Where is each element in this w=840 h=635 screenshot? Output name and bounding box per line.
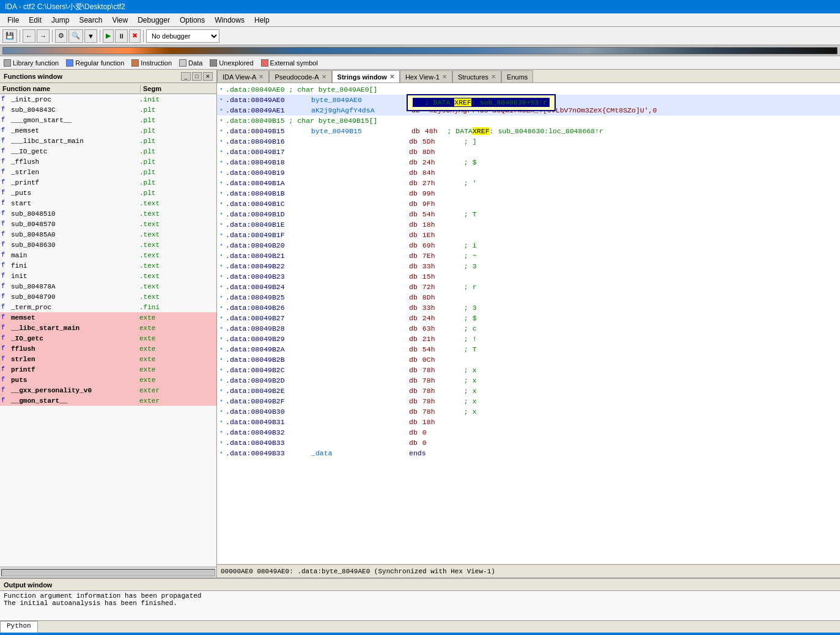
addr-label[interactable]: byte_8049AE0: [311, 96, 409, 104]
code-line[interactable]: •.data:08049B1Adb27h; ': [217, 178, 840, 188]
code-line[interactable]: •.data:08049B31db18h: [217, 417, 840, 427]
tab-close-icon[interactable]: ✕: [389, 73, 394, 80]
function-row[interactable]: f___libc_start_main.plt: [0, 136, 216, 146]
panel-minimize[interactable]: _: [181, 72, 191, 81]
code-line[interactable]: •.data:08049B18db24h; $: [217, 157, 840, 167]
function-row[interactable]: ffini.text: [0, 260, 216, 271]
tab-close-icon[interactable]: ✕: [442, 73, 447, 80]
function-row[interactable]: fsub_8048510.text: [0, 208, 216, 219]
tab-strings-window[interactable]: Strings window✕: [332, 70, 400, 83]
addr-label[interactable]: byte_8049B15: [311, 127, 409, 135]
toolbar-run[interactable]: ▶: [103, 29, 114, 43]
function-row[interactable]: fmain.text: [0, 250, 216, 260]
code-line[interactable]: •.data:08049B1Edb18h: [217, 219, 840, 230]
function-row[interactable]: f_strlen.plt: [0, 167, 216, 177]
functions-list[interactable]: f_init_proc.initfsub_804843C.pltf___gmon…: [0, 94, 216, 567]
code-line[interactable]: •.data:08049B21db7Eh; ~: [217, 251, 840, 261]
debugger-select[interactable]: No debugger: [146, 29, 219, 43]
code-line[interactable]: •.data:08049B2Adb54h; T: [217, 344, 840, 354]
panel-restore[interactable]: □: [192, 72, 202, 81]
data-label[interactable]: _data: [311, 449, 409, 457]
addr-label[interactable]: aK2j9ghAgfY4dsA: [311, 106, 409, 114]
code-line[interactable]: •.data:08049B16db5Dh; ]: [217, 136, 840, 147]
function-row[interactable]: f_init_proc.init: [0, 94, 216, 105]
toolbar-save[interactable]: 💾: [2, 29, 17, 43]
tab-hex-view-1[interactable]: Hex View-1✕: [400, 70, 452, 83]
menu-file[interactable]: File: [2, 15, 24, 26]
code-line[interactable]: •.data:08049B2Cdb78h; x: [217, 365, 840, 375]
function-row[interactable]: f__gxx_personality_v0exter: [0, 385, 216, 395]
function-row[interactable]: f__IO_getc.plt: [0, 146, 216, 156]
code-line[interactable]: •.data:08049B30db78h; x: [217, 406, 840, 417]
menu-options[interactable]: Options: [175, 15, 210, 26]
code-line[interactable]: •.data:08049B23db15h: [217, 271, 840, 282]
function-row[interactable]: f__libc_start_mainexte: [0, 323, 216, 333]
menu-windows[interactable]: Windows: [210, 15, 249, 26]
functions-scrollbar[interactable]: [0, 567, 216, 578]
tab-close-icon[interactable]: ✕: [259, 73, 263, 80]
code-line-ends[interactable]: •.data:08049B33_dataends: [217, 448, 840, 458]
menu-help[interactable]: Help: [249, 15, 274, 26]
function-row[interactable]: f_IO_getcexte: [0, 333, 216, 343]
menu-edit[interactable]: Edit: [24, 15, 46, 26]
h-scrollbar-track[interactable]: [1, 569, 215, 576]
menu-debugger[interactable]: Debugger: [133, 15, 175, 26]
function-row[interactable]: fsub_8048790.text: [0, 292, 216, 302]
code-line[interactable]: •.data:08049B2Ddb78h; x: [217, 375, 840, 386]
code-line[interactable]: •.data:08049B28db63h; c: [217, 323, 840, 334]
menu-jump[interactable]: Jump: [46, 15, 74, 26]
function-row[interactable]: fsub_804843C.plt: [0, 105, 216, 115]
function-row[interactable]: f__gmon_start__exter: [0, 395, 216, 406]
function-row[interactable]: f___gmon_start__.plt: [0, 115, 216, 125]
tab-ida-view-a[interactable]: IDA View-A✕: [217, 70, 269, 83]
function-row[interactable]: f_term_proc.fini: [0, 302, 216, 312]
function-row[interactable]: f_puts.plt: [0, 188, 216, 198]
function-row[interactable]: fputsexte: [0, 375, 216, 385]
code-line[interactable]: •.data:08049B19db84h: [217, 167, 840, 178]
code-line[interactable]: •.data:08049AE0 ; char byte_8049AE0[]: [217, 84, 840, 95]
toolbar-back[interactable]: ←: [23, 29, 35, 43]
panel-close[interactable]: ✕: [203, 72, 213, 81]
menu-search[interactable]: Search: [74, 15, 107, 26]
code-line[interactable]: •.data:08049B2Edb78h; x: [217, 386, 840, 396]
code-line[interactable]: •.data:08049B20db69h; i: [217, 240, 840, 251]
code-line[interactable]: •.data:08049B25db8Dh: [217, 292, 840, 303]
menu-view[interactable]: View: [107, 15, 133, 26]
toolbar-btn1[interactable]: ⚙: [55, 29, 67, 43]
tab-structures[interactable]: Structures✕: [452, 70, 501, 83]
code-line[interactable]: •.data:08049B33db0: [217, 438, 840, 448]
function-row[interactable]: fstart.text: [0, 198, 216, 208]
code-line[interactable]: •.data:08049B24db72h; r: [217, 282, 840, 292]
function-row[interactable]: f_printf.plt: [0, 177, 216, 188]
code-area[interactable]: •.data:08049AE0 ; char byte_8049AE0[]•.d…: [217, 83, 840, 564]
function-row[interactable]: ffflushexte: [0, 343, 216, 354]
toolbar-fwd[interactable]: →: [37, 29, 50, 43]
code-line[interactable]: •.data:08049B27db24h; $: [217, 313, 840, 323]
toolbar-pause[interactable]: ⏸: [115, 29, 128, 43]
code-line[interactable]: •.data:08049B2Bdb0Ch: [217, 354, 840, 365]
code-line-xref[interactable]: •.data:08049B15byte_8049B15db48h; DATA X…: [217, 126, 840, 136]
tab-close-icon[interactable]: ✕: [322, 73, 326, 80]
code-line[interactable]: •.data:08049B2Fdb78h; x: [217, 396, 840, 406]
function-row[interactable]: fsub_8048570.text: [0, 219, 216, 229]
nav-overview[interactable]: [2, 47, 838, 54]
code-line[interactable]: •.data:08049B1Cdb9Fh: [217, 199, 840, 209]
code-line[interactable]: •.data:08049B22db33h; 3: [217, 261, 840, 271]
code-line[interactable]: •.data:08049B1Ddb54h; T: [217, 209, 840, 219]
code-line[interactable]: •.data:08049B15 ; char byte_8049B15[]: [217, 116, 840, 126]
code-line[interactable]: •.data:08049B29db21h; !: [217, 334, 840, 344]
toolbar-btn2[interactable]: 🔍: [68, 29, 83, 43]
function-row[interactable]: fsub_804878A.text: [0, 281, 216, 292]
code-line[interactable]: •.data:08049B1Bdb99h: [217, 188, 840, 199]
function-row[interactable]: fsub_8048630.text: [0, 240, 216, 250]
code-line[interactable]: •.data:08049B32db0: [217, 427, 840, 438]
tab-close-icon[interactable]: ✕: [491, 73, 496, 80]
code-line[interactable]: •.data:08049B1Fdb1Eh: [217, 230, 840, 240]
toolbar-stop[interactable]: ✖: [129, 29, 141, 43]
function-row[interactable]: fmemsetexte: [0, 312, 216, 323]
toolbar-btn3[interactable]: ▼: [84, 29, 97, 43]
function-row[interactable]: fprintfexte: [0, 364, 216, 375]
function-row[interactable]: fsub_80485A0.text: [0, 229, 216, 240]
code-line[interactable]: •.data:08049B17db8Dh: [217, 147, 840, 157]
output-tab-python[interactable]: Python: [0, 621, 38, 633]
